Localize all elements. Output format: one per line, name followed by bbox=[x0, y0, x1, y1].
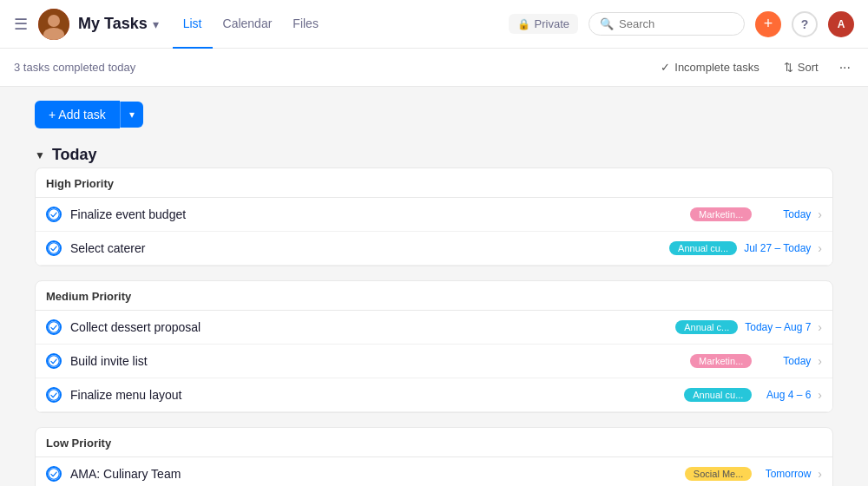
task-name: Finalize event budget bbox=[70, 207, 690, 221]
task-due-date: Today – Aug 7 bbox=[745, 321, 811, 333]
tab-files[interactable]: Files bbox=[282, 0, 329, 49]
circle-check-icon: ✓ bbox=[661, 61, 670, 74]
task-due-date: Today bbox=[759, 208, 811, 220]
hamburger-icon[interactable]: ☰ bbox=[14, 15, 28, 34]
tab-calendar[interactable]: Calendar bbox=[213, 0, 283, 49]
priority-group-card: High PriorityFinalize event budgetMarket… bbox=[35, 167, 833, 266]
task-checkbox[interactable] bbox=[46, 207, 62, 222]
task-checkbox[interactable] bbox=[46, 353, 62, 369]
task-row[interactable]: Select catererAnnual cu...Jul 27 – Today… bbox=[36, 232, 832, 266]
task-tags: Annual c...Today – Aug 7 bbox=[675, 320, 811, 334]
today-section-title: Today bbox=[52, 146, 97, 164]
tasks-completed-label: 3 tasks completed today bbox=[14, 61, 135, 74]
tab-list[interactable]: List bbox=[173, 0, 213, 49]
help-button[interactable]: ? bbox=[792, 11, 818, 37]
task-name: AMA: Culinary Team bbox=[70, 467, 685, 481]
task-project-tag[interactable]: Annual cu... bbox=[684, 388, 752, 402]
priority-label: Medium Priority bbox=[36, 281, 832, 311]
today-section-header: ▼ Today bbox=[35, 139, 833, 167]
task-due-date: Jul 27 – Today bbox=[744, 242, 811, 254]
collapse-icon[interactable]: ▼ bbox=[35, 149, 45, 161]
incomplete-tasks-label: Incomplete tasks bbox=[674, 61, 760, 74]
task-tags: Annual cu...Aug 4 – 6 bbox=[684, 388, 811, 402]
sort-button[interactable]: ⇅ Sort bbox=[777, 57, 825, 77]
task-row[interactable]: Finalize menu layoutAnnual cu...Aug 4 – … bbox=[36, 378, 832, 412]
task-expand-icon[interactable]: › bbox=[818, 207, 822, 221]
sort-icon: ⇅ bbox=[784, 61, 793, 74]
page-title: My Tasks bbox=[78, 15, 148, 33]
task-due-date: Aug 4 – 6 bbox=[759, 389, 811, 401]
task-expand-icon[interactable]: › bbox=[818, 388, 822, 402]
search-input[interactable] bbox=[619, 17, 733, 30]
main-content: + Add task ▾ ▼ Today High PriorityFinali… bbox=[0, 87, 868, 486]
task-checkbox[interactable] bbox=[46, 466, 62, 482]
task-name: Select caterer bbox=[70, 241, 669, 255]
top-navigation: ☰ My Tasks ▾ List Calendar Files 🔒 Priva… bbox=[0, 0, 868, 49]
private-badge: 🔒 Private bbox=[509, 14, 578, 34]
add-task-dropdown-button[interactable]: ▾ bbox=[120, 102, 143, 128]
avatar[interactable] bbox=[38, 9, 69, 40]
nav-right: 🔒 Private 🔍 + ? A bbox=[509, 11, 854, 37]
task-project-tag[interactable]: Marketin... bbox=[690, 354, 752, 368]
task-tags: Marketin...Today bbox=[690, 207, 811, 221]
task-name: Finalize menu layout bbox=[70, 388, 684, 402]
page-tabs: List Calendar Files bbox=[173, 0, 329, 49]
chevron-down-icon[interactable]: ▾ bbox=[153, 17, 159, 31]
sort-label: Sort bbox=[798, 61, 819, 74]
svg-point-8 bbox=[49, 469, 59, 479]
task-checkbox[interactable] bbox=[46, 240, 62, 256]
add-button[interactable]: + bbox=[755, 11, 781, 37]
task-tags: Annual cu...Jul 27 – Today bbox=[669, 241, 811, 255]
svg-point-7 bbox=[49, 390, 59, 400]
task-name: Collect dessert proposal bbox=[70, 320, 675, 334]
private-label: Private bbox=[535, 17, 569, 30]
svg-point-4 bbox=[49, 243, 59, 253]
task-project-tag[interactable]: Marketin... bbox=[690, 207, 752, 221]
task-due-date: Today bbox=[759, 355, 811, 367]
svg-point-3 bbox=[49, 209, 59, 220]
task-row[interactable]: Finalize event budgetMarketin...Today› bbox=[36, 198, 832, 232]
priority-label: High Priority bbox=[36, 168, 832, 198]
task-row[interactable]: AMA: Culinary TeamSocial Me...Tomorrow› bbox=[36, 457, 832, 486]
add-task-group: + Add task ▾ bbox=[35, 101, 833, 128]
sub-header: 3 tasks completed today ✓ Incomplete tas… bbox=[0, 49, 868, 87]
incomplete-tasks-button[interactable]: ✓ Incomplete tasks bbox=[654, 57, 766, 77]
search-icon: 🔍 bbox=[600, 17, 614, 30]
task-row[interactable]: Collect dessert proposalAnnual c...Today… bbox=[36, 311, 832, 345]
task-name: Build invite list bbox=[70, 354, 690, 368]
svg-point-1 bbox=[48, 15, 60, 27]
page-title-area: My Tasks ▾ bbox=[78, 15, 159, 33]
task-project-tag[interactable]: Annual c... bbox=[675, 320, 738, 334]
sub-header-right: ✓ Incomplete tasks ⇅ Sort ··· bbox=[654, 56, 854, 79]
task-checkbox[interactable] bbox=[46, 319, 62, 335]
task-checkbox[interactable] bbox=[46, 387, 62, 403]
priority-label: Low Priority bbox=[36, 428, 832, 457]
task-row[interactable]: Build invite listMarketin...Today› bbox=[36, 345, 832, 378]
task-project-tag[interactable]: Social Me... bbox=[685, 467, 752, 481]
task-expand-icon[interactable]: › bbox=[818, 467, 822, 481]
lock-icon: 🔒 bbox=[517, 18, 530, 30]
task-groups-container: High PriorityFinalize event budgetMarket… bbox=[35, 167, 833, 486]
task-project-tag[interactable]: Annual cu... bbox=[669, 241, 737, 255]
task-expand-icon[interactable]: › bbox=[818, 241, 822, 255]
user-avatar[interactable]: A bbox=[828, 11, 854, 37]
task-expand-icon[interactable]: › bbox=[818, 354, 822, 368]
priority-group-card: Low PriorityAMA: Culinary TeamSocial Me.… bbox=[35, 427, 833, 486]
svg-point-6 bbox=[49, 356, 59, 366]
priority-group-card: Medium PriorityCollect dessert proposalA… bbox=[35, 280, 833, 413]
task-tags: Social Me...Tomorrow bbox=[685, 467, 811, 481]
svg-point-5 bbox=[49, 322, 59, 332]
more-options-button[interactable]: ··· bbox=[836, 56, 854, 79]
add-task-bar: + Add task ▾ bbox=[35, 87, 833, 139]
search-box[interactable]: 🔍 bbox=[589, 12, 745, 36]
add-task-button[interactable]: + Add task bbox=[35, 101, 120, 128]
task-due-date: Tomorrow bbox=[759, 468, 811, 480]
task-expand-icon[interactable]: › bbox=[818, 320, 822, 334]
task-tags: Marketin...Today bbox=[690, 354, 811, 368]
